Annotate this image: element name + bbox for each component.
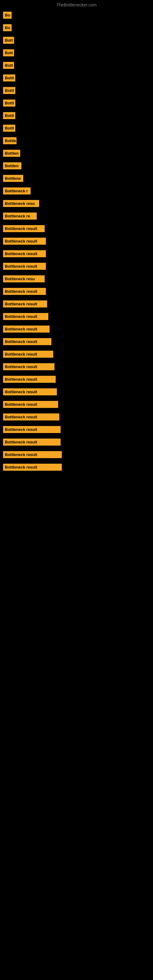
- list-item: Bo: [3, 12, 150, 19]
- list-item: Bottleneck result: [3, 464, 150, 471]
- list-item: Bottleneck result: [3, 401, 150, 408]
- bottleneck-result-label: Bottleneck result: [3, 338, 51, 345]
- list-item: Bottleneck result: [3, 263, 150, 270]
- bottleneck-result-label: Bottleneck resu: [3, 275, 45, 282]
- bottleneck-result-label: Bottl: [3, 125, 15, 132]
- list-item: Bottlen: [3, 150, 150, 157]
- bottleneck-result-label: Bo: [3, 24, 12, 31]
- list-item: Bottleneck result: [3, 351, 150, 358]
- list-item: Bottleneck result: [3, 451, 150, 458]
- bottleneck-result-label: Bottleneck result: [3, 263, 46, 270]
- list-item: Bottl: [3, 125, 150, 132]
- bottleneck-result-label: Bottl: [3, 100, 15, 107]
- bottleneck-result-label: Bottleneck result: [3, 250, 46, 257]
- bottleneck-result-label: Bottleneck result: [3, 225, 45, 232]
- list-item: Bottleneck result: [3, 288, 150, 295]
- list-item: Bottleneck re: [3, 213, 150, 220]
- list-item: Bottl: [3, 87, 150, 94]
- list-item: Bott: [3, 62, 150, 69]
- list-item: Bottleneck result: [3, 225, 150, 232]
- bottleneck-result-label: Bo: [3, 12, 12, 19]
- bottleneck-result-label: Bottleneck result: [3, 363, 54, 370]
- bottleneck-result-label: Bottleneck result: [3, 238, 46, 245]
- list-item: Bottleneck result: [3, 338, 150, 345]
- list-item: Bottleneck result: [3, 388, 150, 395]
- bottleneck-result-label: Bottl: [3, 87, 15, 94]
- list-item: Bott: [3, 49, 150, 56]
- bottleneck-result-label: Bott: [3, 62, 14, 69]
- bottleneck-result-label: Bottlen: [3, 162, 21, 169]
- list-item: Bottleneck result: [3, 250, 150, 257]
- bottleneck-result-label: Bottleneck result: [3, 351, 53, 358]
- list-item: Bottleneck result: [3, 238, 150, 245]
- list-item: Bottlen: [3, 162, 150, 169]
- list-item: Bottleneck result: [3, 326, 150, 332]
- list-item: Bottleneck result: [3, 363, 150, 370]
- site-title: TheBottlenecker.com: [0, 0, 153, 9]
- list-item: Bottle: [3, 137, 150, 144]
- list-item: Bottleneck result: [3, 426, 150, 433]
- bottleneck-result-label: Bottle: [3, 137, 16, 144]
- bottleneck-result-label: Bott: [3, 49, 14, 56]
- bottleneck-result-label: Bottl: [3, 112, 15, 119]
- bottleneck-result-label: Bottlen: [3, 150, 20, 157]
- list-item: Bo: [3, 24, 150, 31]
- bottleneck-result-label: Bottleneck result: [3, 414, 59, 420]
- list-item: Bottlene: [3, 175, 150, 182]
- list-item: Bott: [3, 37, 150, 44]
- bottleneck-result-label: Bottleneck result: [3, 301, 47, 307]
- list-item: Bottl: [3, 100, 150, 107]
- list-item: Bottleneck resu: [3, 200, 150, 207]
- bottleneck-result-label: Bottleneck result: [3, 439, 61, 445]
- bottleneck-result-label: Bottleneck result: [3, 313, 48, 320]
- bottleneck-result-label: Bottleneck result: [3, 451, 62, 458]
- bottleneck-result-label: Bottleneck re: [3, 213, 37, 220]
- bottleneck-result-label: Bottleneck result: [3, 426, 61, 433]
- list-item: Bottleneck result: [3, 439, 150, 445]
- bottleneck-result-label: Bottleneck resu: [3, 200, 39, 207]
- bottleneck-result-label: Bottleneck result: [3, 464, 62, 471]
- bottleneck-result-label: Bottleneck r: [3, 188, 30, 194]
- bottleneck-result-label: Bottlene: [3, 175, 23, 182]
- list-item: Bottl: [3, 75, 150, 81]
- list-item: Bottl: [3, 112, 150, 119]
- bottleneck-result-label: Bottleneck result: [3, 376, 56, 383]
- bottleneck-result-label: Bott: [3, 37, 14, 44]
- list-item: Bottleneck result: [3, 376, 150, 383]
- items-container: BoBoBottBottBottBottlBottlBottlBottlBott…: [0, 9, 153, 471]
- bottleneck-result-label: Bottleneck result: [3, 388, 57, 395]
- list-item: Bottleneck result: [3, 414, 150, 420]
- list-item: Bottleneck result: [3, 301, 150, 307]
- bottleneck-result-label: Bottleneck result: [3, 288, 46, 295]
- bottleneck-result-label: Bottl: [3, 75, 15, 81]
- list-item: Bottleneck resu: [3, 275, 150, 282]
- bottleneck-result-label: Bottleneck result: [3, 326, 49, 332]
- list-item: Bottleneck result: [3, 313, 150, 320]
- bottleneck-result-label: Bottleneck result: [3, 401, 58, 408]
- list-item: Bottleneck r: [3, 188, 150, 194]
